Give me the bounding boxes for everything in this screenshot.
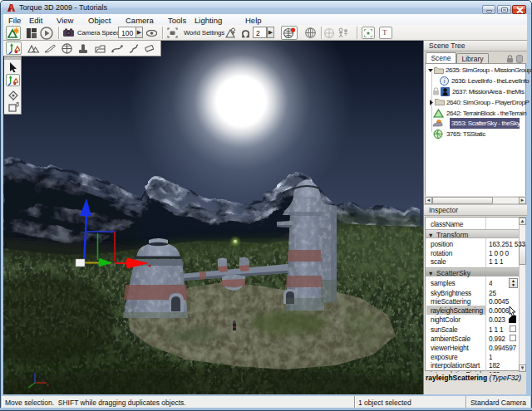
svg-text:x: x: [47, 382, 49, 387]
svg-text:i: i: [443, 77, 445, 85]
